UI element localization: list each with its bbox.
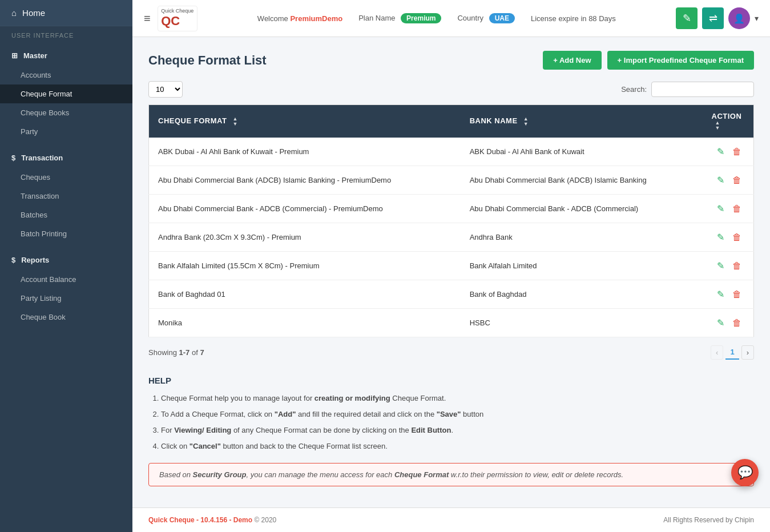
cheque-format-cell: Bank of Baghdad 01 (149, 280, 461, 309)
edit-row-btn[interactable]: ✎ (714, 287, 727, 301)
col-format-header[interactable]: CHEQUE FORMAT ▲▼ (149, 105, 461, 138)
cheque-format-cell: Andhra Bank (20.3Cm X 9.3Cm) - Premium (149, 223, 461, 252)
import-button[interactable]: + Import Predefined Cheque Format (607, 51, 754, 70)
delete-row-btn[interactable]: 🗑 (729, 202, 744, 216)
accounts-label: Accounts (21, 71, 51, 79)
page-title: Cheque Format List (148, 53, 267, 68)
delete-row-btn[interactable]: 🗑 (729, 259, 744, 273)
cheque-format-label: Cheque Format (21, 90, 72, 98)
footer: Quick Cheque - 10.4.156 - Demo © 2020 Al… (132, 507, 770, 532)
sidebar-item-party[interactable]: Party (0, 122, 132, 141)
action-cell: ✎ 🗑 (703, 252, 754, 280)
bank-name-cell: ABK Dubai - Al Ahli Bank of Kuwait (461, 138, 703, 166)
cheque-books-label: Cheque Books (21, 108, 69, 117)
bank-name-cell: Bank Alfalah Limited (461, 252, 703, 280)
cheque-book-label: Cheque Book (21, 313, 66, 321)
sidebar-item-accounts[interactable]: Accounts (0, 66, 132, 84)
footer-left: Quick Cheque - 10.4.156 - Demo © 2020 (148, 516, 276, 524)
footer-app-name: Quick Cheque - 10.4.156 - Demo (148, 516, 252, 524)
cheques-label: Cheques (21, 173, 50, 182)
country-info: Country UAE (457, 13, 515, 23)
sidebar-item-cheque-format[interactable]: Cheque Format (0, 84, 132, 103)
add-new-button[interactable]: + Add New (543, 51, 601, 70)
search-input[interactable] (651, 82, 754, 97)
transfer-icon-btn[interactable]: ⇌ (702, 7, 724, 29)
cheque-format-cell: Bank Alfalah Limited (15.5Cm X 8Cm) - Pr… (149, 252, 461, 280)
table-row: Abu Dhabi Commercial Bank - ADCB (Commer… (149, 195, 754, 223)
sidebar-item-account-balance[interactable]: Account Balance (0, 270, 132, 289)
table-row: Monika HSBC ✎ 🗑 (149, 309, 754, 337)
bank-name-cell: Andhra Bank (461, 223, 703, 252)
delete-row-btn[interactable]: 🗑 (729, 316, 744, 330)
prev-page-btn[interactable]: ‹ (711, 345, 723, 360)
table-row: Bank Alfalah Limited (15.5Cm X 8Cm) - Pr… (149, 252, 754, 280)
search-area: Search: (621, 82, 754, 97)
sidebar-item-batch-printing[interactable]: Batch Printing (0, 224, 132, 243)
footer-left-text: Quick Cheque - 10.4.156 - Demo © 2020 (148, 516, 276, 524)
search-label: Search: (621, 85, 647, 94)
master-label: Master (23, 51, 47, 60)
sidebar-item-batches[interactable]: Batches (0, 205, 132, 224)
pagination-nav: ‹ 1 › (711, 345, 754, 360)
action-cell: ✎ 🗑 (703, 223, 754, 252)
party-listing-label: Party Listing (21, 294, 62, 303)
sort-format-icon: ▲▼ (233, 116, 238, 127)
security-note: Based on Security Group, you can manage … (148, 463, 754, 486)
plan-badge: Premium (401, 13, 441, 23)
col-bank-header[interactable]: BANK NAME ▲▼ (461, 105, 703, 138)
per-page-select[interactable]: 10 25 50 100 (148, 81, 183, 98)
sidebar-item-cheque-books[interactable]: Cheque Books (0, 103, 132, 122)
delete-row-btn[interactable]: 🗑 (729, 174, 744, 187)
reports-icon: $ (11, 256, 15, 264)
edit-row-btn[interactable]: ✎ (714, 173, 727, 187)
master-header[interactable]: ⊞ Master (0, 46, 132, 66)
reports-header[interactable]: $ Reports (0, 250, 132, 270)
action-cell: ✎ 🗑 (703, 166, 754, 195)
batch-printing-label: Batch Printing (21, 229, 67, 238)
next-page-btn[interactable]: › (741, 345, 754, 360)
hamburger-icon[interactable]: ≡ (144, 12, 151, 25)
transaction-label: Transaction (21, 154, 63, 162)
footer-right: All Rights Reserved by Chipin (663, 516, 754, 524)
license-text: License expire in 88 Days (531, 14, 616, 23)
cheque-format-cell: ABK Dubai - Al Ahli Bank of Kuwait - Pre… (149, 138, 461, 166)
sidebar-item-transaction[interactable]: Transaction (0, 187, 132, 205)
bank-name-cell: Abu Dhabi Commercial Bank - ADCB (Commer… (461, 195, 703, 223)
user-interface-label: USER INTERFACE (0, 26, 132, 42)
chat-bubble[interactable]: 💬 (731, 459, 759, 486)
avatar-btn[interactable]: 👤 (728, 7, 750, 29)
page-1-btn[interactable]: 1 (725, 345, 739, 360)
logo-text: QC (161, 14, 193, 29)
delete-row-btn[interactable]: 🗑 (729, 145, 744, 159)
edit-icon-btn[interactable]: ✎ (676, 7, 698, 29)
reports-section: $ Reports Account Balance Party Listing … (0, 247, 132, 330)
account-balance-label: Account Balance (21, 275, 76, 284)
data-table: CHEQUE FORMAT ▲▼ BANK NAME ▲▼ ACTION ▲▼ … (148, 104, 754, 337)
master-section: ⊞ Master Accounts Cheque Format Cheque B… (0, 42, 132, 144)
page-content: Cheque Format List + Add New + Import Pr… (132, 37, 770, 507)
dropdown-arrow[interactable]: ▾ (755, 14, 759, 23)
logo-subtext: Quick Cheque (161, 8, 193, 14)
home-icon: ⌂ (11, 8, 17, 18)
edit-row-btn[interactable]: ✎ (714, 230, 727, 244)
country-badge: UAE (489, 13, 515, 23)
edit-row-btn[interactable]: ✎ (714, 316, 727, 330)
edit-row-btn[interactable]: ✎ (714, 259, 727, 273)
action-cell: ✎ 🗑 (703, 309, 754, 337)
party-label: Party (21, 127, 38, 136)
sidebar-item-party-listing[interactable]: Party Listing (0, 289, 132, 308)
edit-row-btn[interactable]: ✎ (714, 144, 727, 159)
bank-name-cell: HSBC (461, 309, 703, 337)
sidebar-item-cheques[interactable]: Cheques (0, 168, 132, 187)
topbar-left: ≡ Quick Cheque QC (144, 6, 197, 31)
delete-row-btn[interactable]: 🗑 (729, 288, 744, 301)
transaction-header[interactable]: $ Transaction (0, 148, 132, 168)
logo-area: Quick Cheque QC (158, 6, 197, 31)
delete-row-btn[interactable]: 🗑 (729, 231, 744, 244)
sidebar-home[interactable]: ⌂ Home (0, 0, 132, 26)
sidebar-item-cheque-book[interactable]: Cheque Book (0, 308, 132, 327)
table-row: Bank of Baghdad 01 Bank of Baghdad ✎ 🗑 (149, 280, 754, 309)
edit-row-btn[interactable]: ✎ (714, 201, 727, 216)
sidebar: ⌂ Home USER INTERFACE ⊞ Master Accounts … (0, 0, 132, 532)
table-row: ABK Dubai - Al Ahli Bank of Kuwait - Pre… (149, 138, 754, 166)
